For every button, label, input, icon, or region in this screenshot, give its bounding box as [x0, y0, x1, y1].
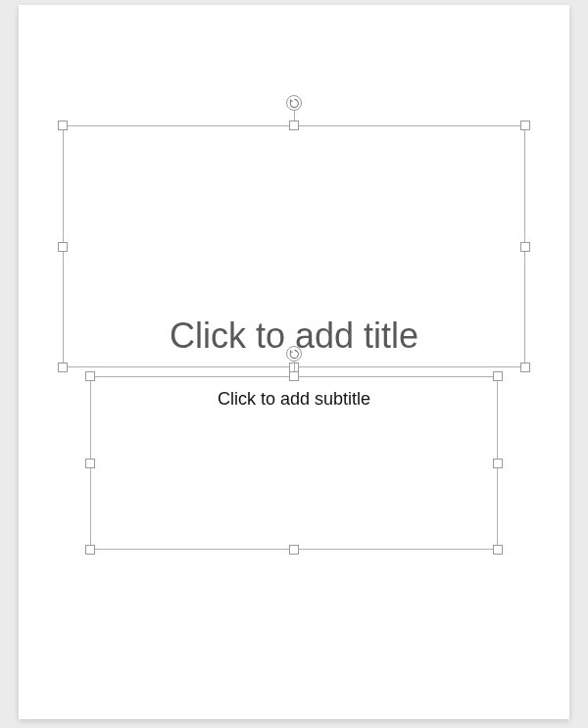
resize-handle-top-middle[interactable] — [289, 371, 299, 381]
resize-handle-top-left[interactable] — [85, 371, 95, 381]
resize-handle-middle-right[interactable] — [493, 459, 503, 468]
resize-handle-middle-left[interactable] — [58, 242, 68, 252]
rotate-icon — [289, 349, 300, 360]
resize-handle-bottom-middle[interactable] — [289, 545, 299, 555]
rotate-handle[interactable] — [286, 95, 302, 111]
rotate-handle[interactable] — [286, 346, 302, 362]
resize-handle-top-left[interactable] — [58, 121, 68, 130]
resize-handle-bottom-right[interactable] — [493, 545, 503, 555]
subtitle-placeholder-text[interactable]: Click to add subtitle — [91, 389, 497, 410]
slide-canvas[interactable]: Click to add title Click to add subtitle — [19, 5, 569, 719]
resize-handle-top-right[interactable] — [520, 121, 530, 130]
resize-handle-bottom-left[interactable] — [85, 545, 95, 555]
title-text-box[interactable]: Click to add title — [63, 125, 525, 367]
subtitle-text-box[interactable]: Click to add subtitle — [90, 376, 498, 550]
resize-handle-bottom-left[interactable] — [58, 363, 68, 372]
resize-handle-top-middle[interactable] — [289, 121, 299, 130]
resize-handle-bottom-right[interactable] — [520, 363, 530, 372]
rotate-icon — [289, 98, 300, 109]
resize-handle-top-right[interactable] — [493, 371, 503, 381]
resize-handle-middle-left[interactable] — [85, 459, 95, 468]
resize-handle-middle-right[interactable] — [520, 242, 530, 252]
